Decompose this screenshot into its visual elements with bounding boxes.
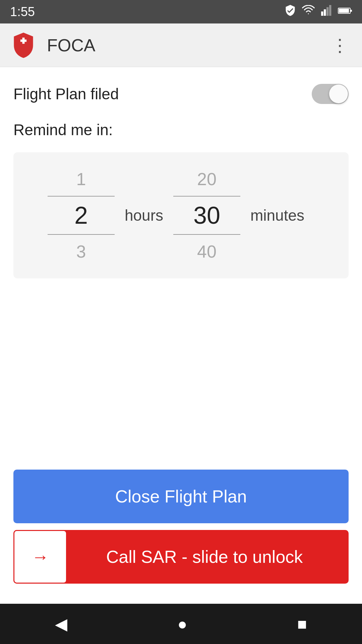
status-time: 1:55 — [10, 5, 35, 19]
hours-next: 3 — [76, 235, 86, 268]
status-bar: 1:55 — [0, 0, 362, 23]
remind-label: Remind me in: — [13, 121, 349, 139]
main-content: Flight Plan filed Remind me in: 1 2 3 ho… — [0, 67, 362, 278]
app-logo — [10, 32, 37, 59]
hours-picker-column[interactable]: 1 2 3 — [48, 162, 115, 268]
hours-unit-label: hours — [115, 206, 173, 224]
svg-rect-0 — [321, 11, 323, 16]
sar-slide-handle: → — [13, 530, 67, 584]
signal-icon — [320, 5, 333, 18]
shield-status-icon — [284, 4, 296, 19]
flight-plan-label: Flight Plan filed — [13, 85, 119, 103]
svg-rect-1 — [324, 9, 326, 16]
call-sar-button[interactable]: → Call SAR - slide to unlock — [13, 530, 349, 584]
app-title: FOCA — [47, 35, 328, 55]
nav-home-button[interactable]: ● — [164, 611, 200, 637]
minutes-next: 40 — [197, 235, 217, 268]
hours-prev: 1 — [76, 162, 86, 196]
flight-plan-toggle[interactable] — [312, 84, 349, 104]
app-bar: FOCA ⋮ — [0, 23, 362, 67]
svg-rect-2 — [326, 7, 328, 16]
nav-bar: ◀ ● ■ — [0, 604, 362, 644]
status-icons — [284, 4, 352, 19]
close-flight-plan-button[interactable]: Close Flight Plan — [13, 470, 349, 523]
minutes-unit-label: minutes — [240, 206, 314, 224]
toggle-knob — [329, 85, 348, 103]
battery-icon — [338, 6, 352, 18]
overflow-menu-button[interactable]: ⋮ — [328, 32, 352, 59]
svg-rect-6 — [351, 10, 352, 12]
svg-rect-3 — [329, 5, 331, 16]
minutes-prev: 20 — [197, 162, 217, 196]
sar-arrow-icon: → — [32, 547, 49, 567]
svg-rect-5 — [339, 9, 349, 13]
flight-plan-filed-row: Flight Plan filed — [13, 84, 349, 104]
bottom-buttons: Close Flight Plan → Call SAR - slide to … — [0, 470, 362, 584]
svg-rect-8 — [22, 38, 25, 44]
minutes-current: 30 — [173, 196, 240, 235]
minutes-picker-column[interactable]: 20 30 40 — [173, 162, 240, 268]
sar-slide-label: Call SAR - slide to unlock — [67, 547, 349, 567]
time-picker: 1 2 3 hours 20 30 40 minutes — [13, 152, 349, 278]
wifi-icon — [302, 5, 315, 18]
hours-current: 2 — [48, 196, 115, 235]
nav-recent-button[interactable]: ■ — [284, 611, 320, 637]
nav-back-button[interactable]: ◀ — [42, 611, 81, 637]
